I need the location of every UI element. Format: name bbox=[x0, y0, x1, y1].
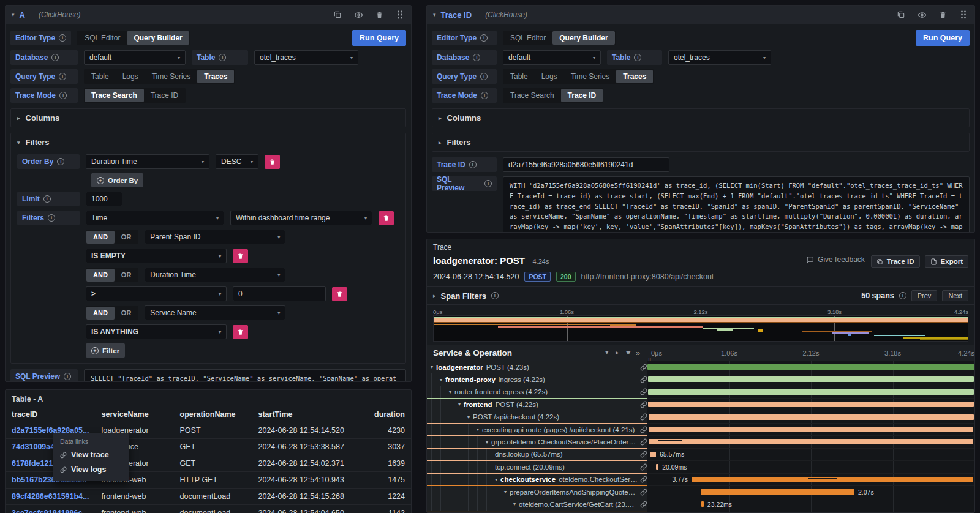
span-bar-cell[interactable] bbox=[647, 399, 974, 411]
span-link-icon[interactable] bbox=[638, 388, 647, 395]
filter-field-select[interactable]: Parent Span ID▾ bbox=[145, 230, 285, 244]
span-collapse-chevron-icon[interactable]: ▾ bbox=[504, 489, 507, 495]
span-collapse-chevron-icon[interactable]: ▾ bbox=[495, 477, 497, 482]
duplicate-icon[interactable] bbox=[896, 10, 906, 20]
option-trace-search[interactable]: Trace Search bbox=[503, 89, 561, 102]
span-link-icon[interactable] bbox=[638, 501, 647, 508]
span-link-icon[interactable] bbox=[638, 438, 647, 446]
filter-field-select[interactable]: Duration Time▾ bbox=[145, 268, 285, 282]
span-row[interactable]: ▾loadgeneratorPOST (4.23s) bbox=[427, 361, 974, 373]
span-bar-cell[interactable] bbox=[647, 386, 974, 399]
span-name-cell[interactable]: ▾router frontend egress (4.22s) bbox=[427, 386, 647, 399]
collapse-one-icon[interactable]: ▾ bbox=[605, 349, 608, 358]
span-duration-bar[interactable] bbox=[649, 414, 974, 420]
table-select[interactable]: otel_traces▾ bbox=[254, 50, 358, 65]
span-collapse-chevron-icon[interactable]: ▾ bbox=[458, 402, 461, 407]
span-row[interactable]: ▾prepareOrderItemsAndShippingQuoteFromCa… bbox=[427, 486, 974, 498]
span-link-icon[interactable] bbox=[638, 489, 647, 496]
column-header-duration[interactable]: duration bbox=[363, 407, 412, 422]
order-by-direction-select[interactable]: DESC▾ bbox=[216, 154, 258, 169]
span-row[interactable]: ▾oteldemo.CartService/GetCart (23.22ms)2… bbox=[427, 498, 974, 511]
option-table[interactable]: Table bbox=[503, 70, 535, 83]
span-duration-bar[interactable] bbox=[656, 464, 658, 470]
remove-filter-trash-button[interactable] bbox=[233, 249, 248, 263]
filters-collapse[interactable]: ▸Filters bbox=[432, 133, 970, 152]
span-duration-bar[interactable] bbox=[649, 427, 973, 432]
option-time-series[interactable]: Time Series bbox=[145, 70, 198, 83]
option-trace-search[interactable]: Trace Search bbox=[85, 89, 144, 102]
span-collapse-chevron-icon[interactable]: ▾ bbox=[486, 440, 488, 445]
collapse-chevron-icon[interactable]: ▾ bbox=[12, 12, 15, 18]
filters-collapse-header[interactable]: ▾Filters bbox=[17, 138, 399, 147]
span-bar-cell[interactable]: 65.57ms bbox=[647, 449, 974, 461]
span-name-cell[interactable]: ▾oteldemo.CartService/GetCart (23.22ms) bbox=[427, 498, 647, 511]
span-duration-bar[interactable] bbox=[648, 402, 974, 407]
limit-input[interactable] bbox=[86, 192, 123, 206]
filter-value-input[interactable] bbox=[233, 286, 326, 301]
duplicate-icon[interactable] bbox=[333, 10, 342, 20]
span-duration-bar[interactable] bbox=[692, 477, 973, 482]
span-name-cell[interactable]: ▾grpc.oteldemo.CheckoutService/PlaceOrde… bbox=[427, 436, 647, 448]
span-bar-cell[interactable] bbox=[647, 424, 974, 436]
minimap-canvas[interactable] bbox=[433, 315, 968, 342]
option-trace-id[interactable]: Trace ID bbox=[144, 89, 186, 102]
and-option[interactable]: AND bbox=[86, 269, 115, 282]
span-bar-cell[interactable]: 20.09ms bbox=[647, 461, 974, 473]
filter-time-range-select[interactable]: Within dashboard time range▾ bbox=[230, 211, 372, 225]
span-name-cell[interactable]: ▾loadgeneratorPOST (4.23s) bbox=[427, 361, 647, 373]
delete-query-trash-icon[interactable] bbox=[374, 10, 384, 20]
and-option[interactable]: AND bbox=[86, 307, 115, 320]
span-name-cell[interactable]: ▾frontend-proxyingress (4.22s) bbox=[427, 373, 647, 386]
span-row[interactable]: ▾grpc.oteldemo.CheckoutService/PlaceOrde… bbox=[427, 436, 974, 448]
span-bar-cell[interactable]: 23.22ms bbox=[647, 498, 974, 511]
view-trace-link[interactable]: View trace bbox=[53, 447, 129, 462]
span-collapse-chevron-icon[interactable]: ▾ bbox=[477, 427, 479, 432]
option-logs[interactable]: Logs bbox=[116, 70, 145, 83]
option-trace-id[interactable]: Trace ID bbox=[561, 89, 603, 102]
span-link-icon[interactable] bbox=[638, 463, 647, 471]
database-select[interactable]: default▾ bbox=[503, 50, 601, 65]
span-name-cell[interactable]: ▾prepareOrderItemsAndShippingQuoteFromCa… bbox=[427, 486, 647, 498]
span-filters-chevron-icon[interactable]: ▸ bbox=[433, 293, 436, 299]
filter-operator-select[interactable]: IS EMPTY▾ bbox=[86, 249, 227, 263]
delete-query-trash-icon[interactable] bbox=[938, 10, 948, 20]
span-collapse-chevron-icon[interactable]: ▾ bbox=[440, 377, 442, 383]
order-by-field-select[interactable]: Duration Time▾ bbox=[86, 154, 209, 169]
run-query-button[interactable]: Run Query bbox=[352, 30, 406, 46]
expand-all-icon[interactable]: » bbox=[636, 349, 640, 358]
span-duration-bar[interactable] bbox=[648, 389, 974, 395]
collapse-chevron-icon[interactable]: ▾ bbox=[433, 12, 436, 18]
span-collapse-chevron-icon[interactable]: ▾ bbox=[467, 414, 470, 420]
remove-filter-trash-button[interactable] bbox=[233, 325, 248, 339]
option-traces[interactable]: Traces bbox=[616, 70, 653, 83]
database-select[interactable]: default▾ bbox=[84, 50, 186, 65]
span-duration-bar[interactable] bbox=[649, 439, 973, 444]
span-bar-cell[interactable] bbox=[647, 411, 974, 424]
remove-filter-trash-button[interactable] bbox=[379, 211, 394, 225]
span-link-icon[interactable] bbox=[638, 451, 647, 458]
trace-id-cell-link[interactable]: 3ce7ecfc91941996c... bbox=[6, 505, 96, 513]
span-filters-label[interactable]: Span Filters bbox=[441, 291, 486, 301]
expand-one-icon[interactable]: ▸ bbox=[616, 349, 619, 358]
span-duration-bar[interactable] bbox=[701, 489, 854, 495]
trace-id-copy-button[interactable]: Trace ID bbox=[871, 255, 920, 268]
span-collapse-chevron-icon[interactable]: ▾ bbox=[449, 389, 451, 395]
span-link-icon[interactable] bbox=[638, 376, 647, 383]
or-option[interactable]: OR bbox=[115, 231, 138, 244]
option-sql-editor[interactable]: SQL Editor bbox=[78, 31, 127, 45]
span-row[interactable]: ▾executing api route (pages) /api/checko… bbox=[427, 424, 974, 436]
span-name-cell[interactable]: ▾executing api route (pages) /api/checko… bbox=[427, 424, 647, 436]
drag-handle-icon[interactable] bbox=[395, 10, 405, 20]
span-name-cell[interactable]: ▾frontendPOST (4.22s) bbox=[427, 399, 647, 411]
span-name-cell[interactable]: tcp.connect (20.09ms) bbox=[427, 461, 647, 473]
span-bar-cell[interactable]: 3.77s bbox=[647, 474, 974, 486]
span-row[interactable]: ▾checkoutserviceoteldemo.CheckoutService… bbox=[427, 474, 974, 486]
span-duration-bar[interactable] bbox=[648, 376, 974, 382]
span-row[interactable]: ▾frontendPOST (4.22s) bbox=[427, 399, 974, 411]
columns-collapse[interactable]: ▸Columns bbox=[10, 108, 406, 127]
span-bar-cell[interactable]: 2.07s bbox=[647, 486, 974, 498]
span-collapse-chevron-icon[interactable]: ▾ bbox=[431, 364, 433, 370]
span-duration-bar[interactable] bbox=[650, 452, 656, 457]
table-select[interactable]: otel_traces▾ bbox=[668, 50, 771, 65]
option-traces[interactable]: Traces bbox=[197, 70, 234, 83]
